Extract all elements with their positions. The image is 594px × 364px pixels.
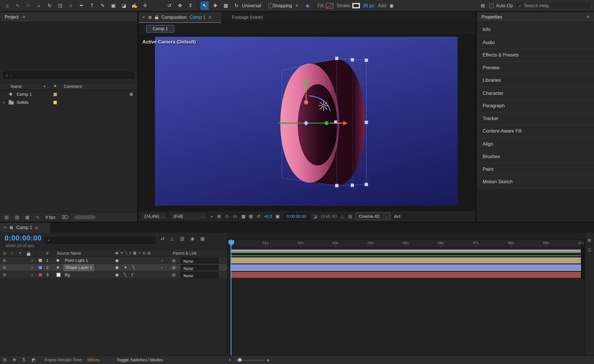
layer-row-1[interactable]: ⊙ › 1 ✺ Point Light 1 ◉ ▫ ◎ None ⌄ [0, 257, 227, 264]
shy-icon[interactable]: ◉ [115, 251, 118, 255]
parent-pickwhip-icon[interactable]: ◎ [172, 257, 176, 264]
horizontal-scrollbar[interactable] [74, 215, 95, 219]
label-column-icon[interactable]: ⚑ [53, 84, 57, 88]
gizmo-scale-icon[interactable]: ▦ [222, 1, 230, 10]
properties-item[interactable]: Align [477, 138, 594, 151]
layer-switches[interactable]: ◉ ╲ ƒ [115, 271, 135, 278]
hand-tool-icon[interactable]: ☞ [24, 1, 33, 10]
mask-visibility-icon[interactable]: ◇ [225, 214, 229, 219]
work-area-bar[interactable] [230, 249, 581, 253]
render-status-icon[interactable]: ⊞ [3, 357, 7, 363]
transfer-pane-icon[interactable]: ⇅ [22, 357, 26, 363]
eraser-tool-icon[interactable]: ◪ [120, 1, 128, 10]
layer-bar-1[interactable] [230, 257, 581, 264]
snap-to-guides-icon[interactable]: ⌖ [293, 1, 301, 10]
region-of-interest-icon[interactable]: ▭ [233, 214, 237, 219]
playhead-line[interactable] [231, 239, 231, 355]
expand-chevron[interactable]: › [31, 264, 33, 271]
sort-arrow-icon[interactable]: ▲ [43, 84, 46, 88]
dolly-camera-icon[interactable]: ⇕ [186, 1, 195, 10]
column-name[interactable]: Name [11, 84, 22, 89]
label-color-chip[interactable] [38, 266, 42, 270]
in-out-pane-icon[interactable]: ◩ [32, 357, 36, 363]
orbit-tool-icon[interactable]: ↻ [46, 1, 54, 10]
label-color-chip[interactable] [53, 93, 57, 97]
column-comment[interactable]: Comment [64, 84, 82, 89]
eye-icon[interactable]: ⊙ [3, 271, 6, 278]
close-icon[interactable]: × [142, 15, 145, 20]
solo-column-icon[interactable]: ● [19, 251, 21, 255]
transparency-grid-icon[interactable]: ▦ [241, 214, 246, 219]
fast-draft-icon[interactable]: △ [341, 214, 344, 219]
eye-icon[interactable]: ⊙ [3, 264, 6, 271]
create-folder-icon[interactable]: ▥ [15, 214, 19, 220]
motion-blur-icon[interactable]: ◑ [138, 251, 141, 255]
layer-row-2[interactable]: ⊙ › 2 ★ Shape Layer 1 ◉ ✦ ╲ ▫ ◎ None ⌄ [0, 264, 227, 271]
stroke-width-value[interactable]: 26 px [363, 3, 374, 8]
properties-item[interactable]: Effects & Presets [477, 49, 594, 61]
close-icon[interactable]: × [4, 225, 6, 230]
stroke-swatch[interactable] [352, 3, 360, 8]
layer-name[interactable]: Bg [65, 271, 70, 278]
brush-tool-icon[interactable]: ✎ [99, 1, 107, 10]
audio-column-icon[interactable]: ♪ [11, 251, 13, 255]
draft-3d-icon[interactable]: △ [171, 236, 174, 241]
layer-switches[interactable]: ◉ [115, 257, 121, 264]
exposure-value[interactable]: +0,0 [264, 214, 272, 219]
project-item-solids[interactable]: › Solids [0, 99, 137, 106]
label-color-chip[interactable] [38, 273, 42, 277]
current-timecode[interactable]: 0:00:00:00 [5, 234, 42, 242]
snapshot-icon[interactable]: ▣ [276, 214, 280, 219]
frame-blend-icon[interactable]: ▦ [133, 251, 137, 255]
properties-item[interactable]: Tracker [477, 112, 594, 125]
properties-item[interactable]: Audio [477, 36, 594, 49]
home-icon[interactable]: ⌂ [3, 1, 11, 10]
properties-item[interactable]: Brushes [477, 151, 594, 163]
project-search-input[interactable]: ⌕ ⌄ [3, 72, 134, 79]
pan-camera-icon[interactable]: ✥ [176, 1, 184, 10]
column-parent-link[interactable]: Parent & Link [173, 251, 197, 256]
layer-3d-switch-icon[interactable]: ▫ [161, 257, 162, 264]
expand-chevron[interactable]: › [3, 99, 4, 106]
expand-chevron[interactable]: › [31, 257, 33, 264]
project-column-header[interactable]: Name ▲ ⚑ Comment [0, 83, 137, 90]
roto-brush-tool-icon[interactable]: ✍ [130, 1, 139, 10]
usage-icon[interactable]: ⊞ [130, 90, 133, 98]
motion-blur-icon[interactable]: ◉ [191, 236, 195, 241]
fast-previews-icon[interactable]: ⌁ [210, 214, 213, 219]
eye-column-icon[interactable]: ⊙ [3, 251, 6, 256]
zoom-out-icon[interactable]: ▴ [229, 358, 231, 361]
mini-flowchart-icon[interactable]: ⇄ [161, 236, 164, 241]
column-source-name[interactable]: Source Name [57, 251, 81, 256]
quality-icon[interactable]: ╲ [125, 251, 127, 255]
comp-area-icon[interactable]: ▤ [588, 238, 591, 242]
color-depth-icon[interactable]: ▦ [25, 214, 30, 220]
column-number[interactable]: # [46, 251, 48, 256]
project-item-label[interactable]: Comp 1 [17, 90, 32, 98]
label-color-chip[interactable] [53, 100, 57, 104]
toggle-switches-modes-button[interactable]: Toggle Switches / Modes [117, 358, 163, 362]
help-search-input[interactable]: ⌕ Search Help [515, 2, 591, 9]
expand-chevron[interactable]: › [31, 271, 33, 278]
scroll-thumb-icon[interactable]: ◫ [588, 247, 591, 251]
universal-mode-label[interactable]: Universal [242, 3, 261, 8]
gizmo-select-icon[interactable]: ↖ [200, 1, 209, 10]
channels-icon[interactable] [249, 214, 253, 218]
type-tool-icon[interactable]: T [88, 1, 96, 10]
layer-switches[interactable]: ◉ ✦ ╲ [115, 264, 137, 271]
lock-column-icon[interactable] [27, 253, 30, 256]
switches-pane-icon[interactable]: ✥ [12, 357, 16, 363]
layer-name[interactable]: Shape Layer 1 [63, 264, 94, 271]
properties-item[interactable]: Preview [477, 61, 594, 74]
parent-pickwhip-icon[interactable]: ◎ [172, 271, 176, 278]
color-depth-value[interactable]: 8 bpc [46, 215, 56, 220]
panel-menu-icon[interactable]: ≡ [35, 225, 38, 231]
resolution-dropdown[interactable]: (Full) ⌄ [171, 213, 207, 220]
label-color-chip[interactable] [38, 258, 42, 262]
parent-pickwhip-icon[interactable]: ◎ [172, 264, 176, 271]
composition-viewport[interactable] [155, 37, 458, 206]
footage-list-icon[interactable]: ▤ [5, 214, 9, 220]
gizmo-rotate-icon[interactable]: ↻ [232, 1, 241, 10]
properties-item[interactable]: Character [477, 87, 594, 100]
properties-item[interactable]: Paragraph [477, 100, 594, 113]
